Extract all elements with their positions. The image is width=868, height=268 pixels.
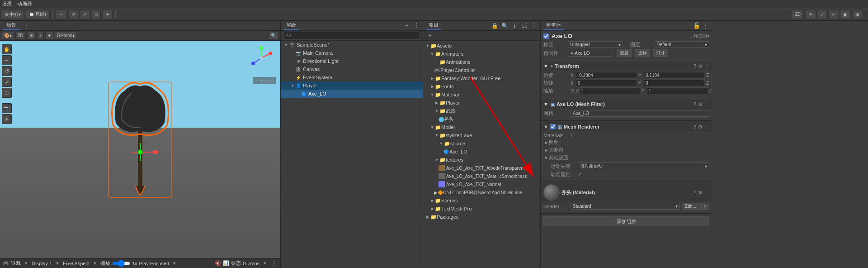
camera-btn[interactable]: 📷 <box>2 103 12 113</box>
project-item-model[interactable]: ▼ 📁 Model <box>423 123 540 131</box>
rect-tool-btn[interactable]: □ <box>92 10 101 19</box>
rot-x-input[interactable] <box>576 80 637 86</box>
pos-z-input[interactable] <box>712 72 712 79</box>
scene-gizmos-btn[interactable]: Gizmos▾ <box>55 32 77 40</box>
pos-x-input[interactable] <box>576 72 637 79</box>
transform-header[interactable]: ▼ ⌖ Transform ? ⚙ ⋮ <box>541 62 712 71</box>
aspect-arrow[interactable]: ▾ <box>91 260 99 267</box>
project-item-animators[interactable]: ▼ 📁 Animators <box>423 50 540 58</box>
motion-dropdown[interactable]: 每对象运动 ▾ <box>578 162 709 170</box>
scale-tool-btn[interactable]: ⤢ <box>80 10 90 19</box>
material-header[interactable]: 斧头 (Material) ? ⚙ ⋮ <box>541 183 712 201</box>
material-list-btn[interactable]: ≡ <box>700 203 709 210</box>
project-sub-btn[interactable]: − <box>436 32 444 40</box>
additional-row[interactable]: ▼ 其他设置 <box>543 154 709 161</box>
project-item-fonts[interactable]: ▶ 📁 Fonts <box>423 82 540 91</box>
scale-btn[interactable]: ⤢ <box>2 77 12 87</box>
project-item-stylizedaxe[interactable]: ▼ 📁 stylized-axe <box>423 131 540 139</box>
2d-mode-btn[interactable]: 2D <box>792 10 804 19</box>
gizmos-arrow[interactable]: ▾ <box>261 260 269 267</box>
select-btn[interactable]: 选择 <box>635 49 650 57</box>
project-item-normal[interactable]: Axe_LO_Axe_TXT_Normal <box>423 180 540 188</box>
scale-slider[interactable] <box>112 261 130 266</box>
project-item-albedo[interactable]: Axe_LO_Axe_TXT_AlbedoTransparency <box>423 164 540 172</box>
project-item-metallic[interactable]: Axe_LO_Axe_TXT_MetallicSmoothness <box>423 172 540 180</box>
project-search-btn[interactable]: 🔍 <box>500 22 509 30</box>
tab-hierarchy[interactable]: 层级 <box>283 21 299 30</box>
transform-tool-btn[interactable]: ✦ <box>103 10 113 19</box>
project-item-wuqi[interactable]: ▼ 📁 武器 <box>423 107 540 115</box>
hierarchy-item-axelo[interactable]: 🔷 Axe_LO <box>281 90 423 98</box>
scene-shading-btn[interactable]: 🎨▾ <box>2 32 14 40</box>
vfx-btn[interactable]: ✧ <box>828 10 838 19</box>
hierarchy-menu-btn[interactable]: ⋮ <box>413 22 420 29</box>
meshfilter-header[interactable]: ▼ ▣ Axe LO (Mesh Filter) ? ⚙ ⋮ <box>541 100 712 109</box>
hierarchy-add-btn[interactable]: + <box>403 22 411 30</box>
hierarchy-item-player[interactable]: ▼ 👤 Player <box>281 81 423 90</box>
meshrenderer-active[interactable] <box>550 124 556 129</box>
effects-btn[interactable]: ▣ <box>840 10 850 19</box>
hierarchy-item-canvas[interactable]: 🖼 Canvas <box>281 65 423 73</box>
project-lock-btn[interactable]: 🔒 <box>491 22 499 30</box>
hierarchy-item-eventsystem[interactable]: ⚡ EventSystem <box>281 73 423 81</box>
object-active-checkbox[interactable] <box>543 34 549 39</box>
project-item-textmesh[interactable]: ▶ 📁 TextMesh Pro <box>423 205 540 213</box>
rect-btn[interactable]: □ <box>2 88 12 98</box>
project-item-fantasygui[interactable]: ▶ 📁 Fantasy Wooden GUI Free <box>423 74 540 82</box>
hierarchy-item-samplescene[interactable]: ▼ 🎬 SampleScene* <box>281 41 423 49</box>
project-item-assets[interactable]: ▼ 📁 Assets <box>423 42 540 50</box>
inspector-lock-btn[interactable]: 🔓 <box>693 22 700 29</box>
project-info-btn[interactable]: ℹ <box>510 22 519 30</box>
project-item-textures[interactable]: ▼ 📁 textures <box>423 156 540 164</box>
display-dropdown[interactable]: ▾ <box>23 260 30 267</box>
scene-2d-btn[interactable]: 2D <box>15 32 26 40</box>
menu-animator[interactable]: 动画器 <box>17 0 32 7</box>
open-btn[interactable]: 打开 <box>653 49 668 57</box>
shader-dropdown[interactable]: Standard ▾ <box>571 203 680 210</box>
hierarchy-item-maincamera[interactable]: 📷 Main Camera <box>281 49 423 57</box>
project-item-player-mat[interactable]: ▶ 📁 Player <box>423 99 540 107</box>
gizmo-toggle-btn[interactable]: ⊞ <box>852 10 862 19</box>
center-mode-btn[interactable]: ⊕ 中心▾ <box>2 10 24 19</box>
tab-project[interactable]: 项目 <box>426 21 441 30</box>
rotate-btn[interactable]: ↺ <box>2 66 12 76</box>
axis-gizmo[interactable] <box>248 44 275 72</box>
move-tool-btn[interactable]: ↔ <box>56 10 66 19</box>
project-item-packages[interactable]: ▶ 📁 Packages <box>423 213 540 221</box>
local-mode-btn[interactable]: 🔲 局部▾ <box>26 10 50 19</box>
project-item-source[interactable]: ▼ 📁 source <box>423 139 540 148</box>
scene-light-btn[interactable]: ☀ <box>27 32 36 40</box>
tab-scene[interactable]: 场景 <box>3 21 20 30</box>
lighting-btn[interactable]: ☀ <box>806 10 816 19</box>
tag-dropdown[interactable]: Untagged▾ <box>568 41 623 48</box>
scale-y-input[interactable] <box>647 87 708 94</box>
prefab-value[interactable]: ✦ Axe LO <box>568 50 613 57</box>
play-arrow[interactable]: ▾ <box>171 260 178 267</box>
audio-btn[interactable]: ♪ <box>818 10 826 19</box>
move-btn[interactable]: ↔ <box>2 55 12 65</box>
project-item-animations[interactable]: ▶ 📁 Animations <box>423 58 540 66</box>
probes-row[interactable]: ▶ 探测器 <box>543 147 709 153</box>
menu-scene[interactable]: 场景 <box>2 0 12 7</box>
tab-inspector[interactable]: 检查器 <box>543 21 564 30</box>
project-item-playercontroller[interactable]: 🎮 PlayerController <box>423 66 540 74</box>
lighting-row[interactable]: ▶ 照明 <box>543 139 709 146</box>
light-tool-btn[interactable]: ☀ <box>2 114 12 124</box>
project-add-btn[interactable]: + <box>426 32 434 40</box>
project-item-ch42[interactable]: ▶ 🔶 Ch42_nonPBR@Sword And Shield Idle <box>423 188 540 196</box>
scene-search-btn[interactable]: 🔍 <box>269 32 278 40</box>
hierarchy-item-light[interactable]: ☀ Directional Light <box>281 57 423 65</box>
hierarchy-search[interactable] <box>283 32 420 40</box>
pos-y-input[interactable] <box>644 72 705 79</box>
layer-dropdown[interactable]: Default▾ <box>655 41 710 48</box>
project-item-axelo-mesh[interactable]: 🔷 Axe_LO <box>423 148 540 156</box>
scene-menu-btn[interactable]: ⋮ <box>23 22 30 29</box>
scene-audio-btn[interactable]: ♪ <box>37 32 44 40</box>
edit-btn[interactable]: Edit... <box>682 203 700 210</box>
game-menu-btn[interactable]: ⋮ <box>270 260 278 267</box>
rotate-tool-btn[interactable]: ↺ <box>68 10 78 19</box>
hand-tool-btn[interactable]: ✋ <box>2 44 12 54</box>
mesh-value-dropdown[interactable]: Axe_LO <box>571 110 709 117</box>
rot-z-input[interactable] <box>712 80 712 86</box>
project-item-futou[interactable]: ⬤ 斧头 <box>423 115 540 123</box>
